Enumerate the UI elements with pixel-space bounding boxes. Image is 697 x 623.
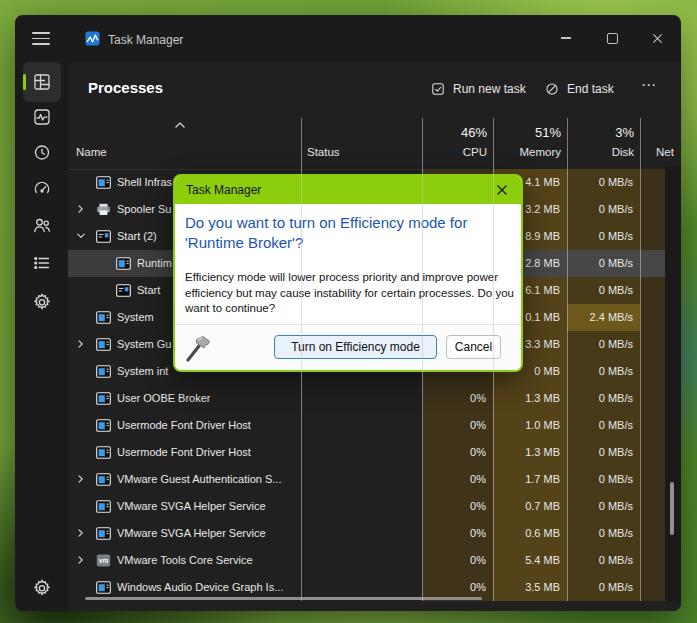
network-cell [640, 304, 665, 331]
table-row[interactable]: VMware SVGA Helper Service0%0.6 MB0 MB/s [68, 520, 665, 547]
cpu-cell: 0% [422, 412, 493, 439]
process-name: VMware Guest Authentication S... [117, 466, 281, 493]
memory-cell: 1.0 MB [493, 412, 567, 439]
app-window-icon [96, 419, 111, 432]
dialog-titlebar: Task Manager [175, 176, 521, 204]
status-cell [301, 412, 422, 439]
disk-cell: 0 MB/s [567, 277, 640, 304]
chevron-right-icon[interactable] [76, 555, 86, 565]
settings-gear-icon[interactable] [32, 578, 52, 598]
memory-cell: 3.5 MB [493, 574, 567, 601]
vmware-icon: vm [96, 554, 111, 567]
column-header-cpu[interactable]: CPU [422, 146, 487, 158]
dialog-body: Do you want to turn on Efficiency mode f… [175, 204, 521, 327]
memory-cell: 0.7 MB [493, 493, 567, 520]
end-task-button[interactable]: End task [544, 77, 614, 101]
minimize-button[interactable] [549, 25, 583, 51]
dialog-footer: Turn on Efficiency mode Cancel [175, 324, 521, 370]
app-window-icon [96, 338, 111, 351]
disk-cell: 0 MB/s [567, 358, 640, 385]
desktop-wallpaper: Task Manager Processes Run new task [0, 0, 697, 623]
table-row[interactable]: User OOBE Broker0%1.3 MB0 MB/s [68, 385, 665, 412]
disk-cell: 0 MB/s [567, 439, 640, 466]
dialog-close-icon[interactable] [491, 179, 513, 201]
app-window-icon [96, 176, 111, 189]
performance-icon[interactable] [32, 107, 52, 127]
toolbar: Processes Run new task End task ⋯ [68, 61, 681, 115]
app-history-icon[interactable] [32, 142, 52, 162]
table-row[interactable]: Usermode Font Driver Host0%1.0 MB0 MB/s [68, 412, 665, 439]
process-name: System [117, 304, 154, 331]
chevron-right-icon[interactable] [76, 474, 86, 484]
network-cell [640, 250, 665, 277]
app-window-icon [96, 527, 111, 540]
turn-on-efficiency-mode-button[interactable]: Turn on Efficiency mode [274, 335, 437, 359]
memory-cell: 1.7 MB [493, 466, 567, 493]
process-name-cell: VMware Guest Authentication S... [68, 466, 301, 493]
startup-apps-icon[interactable] [32, 178, 52, 198]
chevron-right-icon[interactable] [76, 528, 86, 538]
disk-cell: 0 MB/s [567, 385, 640, 412]
status-cell [301, 385, 422, 412]
disk-cell: 0 MB/s [567, 412, 640, 439]
memory-total-percent: 51% [493, 125, 561, 140]
status-cell [301, 466, 422, 493]
processes-icon[interactable] [32, 72, 52, 92]
column-header-name[interactable]: Name [76, 146, 107, 158]
navigation-rail [15, 61, 68, 611]
process-name: System int [117, 358, 168, 385]
disk-cell: 0 MB/s [567, 466, 640, 493]
app-window-icon [96, 473, 111, 486]
app-window-icon [96, 446, 111, 459]
column-header-status[interactable]: Status [307, 146, 340, 158]
cpu-cell: 0% [422, 493, 493, 520]
table-row[interactable]: Usermode Font Driver Host0%1.3 MB0 MB/s [68, 439, 665, 466]
maximize-button[interactable] [595, 25, 629, 51]
dialog-title: Task Manager [186, 183, 261, 197]
hamburger-menu-icon[interactable] [32, 32, 50, 45]
cancel-button[interactable]: Cancel [446, 335, 501, 359]
run-new-task-label: Run new task [453, 82, 526, 96]
end-task-icon [544, 81, 560, 97]
status-cell [301, 547, 422, 574]
chevron-right-icon[interactable] [76, 204, 86, 214]
users-icon[interactable] [32, 215, 52, 235]
chevron-right-icon[interactable] [76, 339, 86, 349]
column-header-disk[interactable]: Disk [567, 146, 634, 158]
app-window-icon [116, 257, 131, 270]
memory-cell: 1.3 MB [493, 439, 567, 466]
column-header-net[interactable]: Net [656, 146, 674, 158]
network-cell [640, 574, 665, 601]
hammer-icon [184, 333, 214, 363]
network-cell [640, 169, 665, 196]
services-icon[interactable] [32, 292, 52, 312]
details-icon[interactable] [32, 253, 52, 273]
table-header: Name Status 46% CPU 51% Memory 3% Disk N… [68, 115, 681, 170]
network-cell [640, 223, 665, 250]
disk-total-percent: 3% [567, 125, 634, 140]
process-name-cell: Usermode Font Driver Host [68, 439, 301, 466]
run-new-task-button[interactable]: Run new task [430, 77, 526, 101]
horizontal-scrollbar-thumb[interactable] [85, 597, 482, 600]
network-cell [640, 412, 665, 439]
task-manager-app-icon [85, 31, 100, 46]
app-window-icon [96, 230, 111, 243]
process-name: User OOBE Broker [117, 385, 211, 412]
table-row[interactable]: VMware SVGA Helper Service0%0.7 MB0 MB/s [68, 493, 665, 520]
close-button[interactable] [640, 25, 674, 51]
column-header-memory[interactable]: Memory [493, 146, 561, 158]
disk-cell: 0 MB/s [567, 169, 640, 196]
table-row[interactable]: VMware Guest Authentication S...0%1.7 MB… [68, 466, 665, 493]
vertical-scrollbar-thumb[interactable] [670, 482, 674, 535]
more-options-button[interactable]: ⋯ [641, 73, 657, 97]
disk-cell: 0 MB/s [567, 331, 640, 358]
chevron-down-icon[interactable] [76, 231, 86, 241]
process-name: VMware SVGA Helper Service [117, 493, 266, 520]
table-row[interactable]: vmVMware Tools Core Service0%5.4 MB0 MB/… [68, 547, 665, 574]
process-name: Spooler Su [117, 196, 171, 223]
end-task-label: End task [567, 82, 614, 96]
cpu-cell: 0% [422, 547, 493, 574]
disk-cell: 2.4 MB/s [567, 304, 640, 331]
process-name-cell: VMware SVGA Helper Service [68, 493, 301, 520]
status-cell [301, 520, 422, 547]
